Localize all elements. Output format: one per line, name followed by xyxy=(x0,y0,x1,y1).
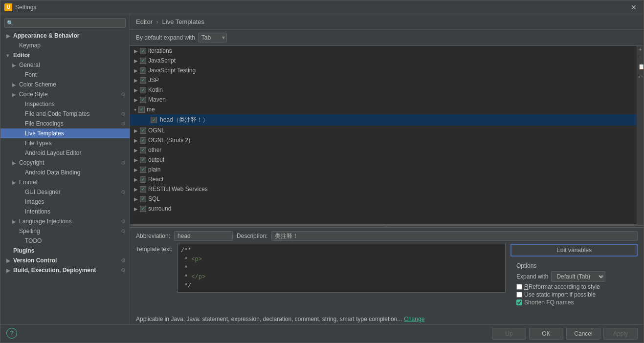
checkbox-ognl[interactable]: ✓ xyxy=(140,128,146,134)
checkbox-surround[interactable]: ✓ xyxy=(140,206,146,212)
sidebar-item-file-types[interactable]: File Types xyxy=(0,138,130,148)
checkbox-head[interactable]: ✓ xyxy=(151,117,157,123)
template-code-area[interactable]: /** * <p> * * </p> */ xyxy=(178,244,506,293)
close-button[interactable]: ✕ xyxy=(628,2,640,12)
checkbox-jsp[interactable]: ✓ xyxy=(140,77,146,84)
sidebar-item-gui-designer[interactable]: GUI Designer ⚙ xyxy=(0,187,130,197)
shorten-fq-checkbox[interactable] xyxy=(516,300,522,305)
template-group-me[interactable]: ▾ ✓ me xyxy=(130,105,637,114)
description-input[interactable] xyxy=(271,231,638,241)
checkbox-output[interactable]: ✓ xyxy=(140,157,146,163)
expand-select-wrap[interactable]: Tab Enter Space xyxy=(198,33,227,43)
undo-button[interactable]: ↩ xyxy=(637,73,644,81)
checkbox-maven[interactable]: ✓ xyxy=(140,97,146,103)
checkbox-iterations[interactable]: ✓ xyxy=(140,48,146,54)
ok-button[interactable]: OK xyxy=(529,328,563,340)
templates-scrollbar: + − 📋 ↩ xyxy=(637,46,644,225)
expand-label: By default expand with xyxy=(136,34,195,41)
add-button[interactable]: + xyxy=(637,46,644,53)
search-box[interactable]: 🔍 xyxy=(4,18,126,28)
sidebar-item-editor[interactable]: ▾ Editor xyxy=(0,50,130,60)
template-group-other[interactable]: ▶ ✓ other xyxy=(130,145,637,155)
checkbox-me[interactable]: ✓ xyxy=(138,107,145,113)
checkbox-ognl-struts[interactable]: ✓ xyxy=(140,137,146,144)
template-child-head[interactable]: ✓ head（类注释！） xyxy=(130,114,637,126)
template-text-label: Template text: xyxy=(136,244,173,253)
checkbox-other[interactable]: ✓ xyxy=(140,147,146,153)
help-button[interactable]: ? xyxy=(6,328,17,339)
sidebar-item-color-scheme[interactable]: ▶ Color Scheme xyxy=(0,80,130,89)
apply-button[interactable]: Apply xyxy=(603,328,638,340)
checkbox-javascript-testing[interactable]: ✓ xyxy=(140,67,146,74)
static-import-checkbox[interactable] xyxy=(516,292,522,298)
template-group-javascript[interactable]: ▶ ✓ JavaScript xyxy=(130,56,637,65)
template-group-surround[interactable]: ▶ ✓ surround xyxy=(130,204,637,214)
sidebar-item-font[interactable]: Font xyxy=(0,70,130,80)
sidebar-item-code-style[interactable]: ▶ Code Style ⚙ xyxy=(0,89,130,99)
edit-variables-button[interactable]: Edit variables xyxy=(511,244,638,257)
search-input[interactable] xyxy=(16,20,123,26)
sidebar-item-spelling[interactable]: Spelling ⚙ xyxy=(0,226,130,236)
shorten-fq-label: Shorten FQ names xyxy=(524,299,574,306)
description-label: Description: xyxy=(237,233,267,239)
dialog-body: 🔍 ▶ Appearance & Behavior Keymap ▾ Edito… xyxy=(0,14,644,324)
bottom-panel: Abbreviation: Description: Template text… xyxy=(130,228,644,324)
template-group-sql[interactable]: ▶ ✓ SQL xyxy=(130,194,637,204)
sidebar-item-keymap[interactable]: Keymap xyxy=(0,41,130,50)
template-group-javascript-testing[interactable]: ▶ ✓ JavaScript Testing xyxy=(130,65,637,75)
template-group-maven[interactable]: ▶ ✓ Maven xyxy=(130,95,637,105)
sidebar-item-build-exec[interactable]: ▶ Build, Execution, Deployment ⚙ xyxy=(0,265,130,275)
template-group-output[interactable]: ▶ ✓ output xyxy=(130,155,637,165)
checkbox-react[interactable]: ✓ xyxy=(140,176,146,183)
expand-select[interactable]: Tab Enter Space xyxy=(198,33,227,43)
sidebar-item-language-injections[interactable]: ▶ Language Injections ⚙ xyxy=(0,216,130,226)
reformat-checkbox[interactable] xyxy=(516,284,522,290)
sidebar-item-android-layout[interactable]: Android Layout Editor xyxy=(0,148,130,158)
expand-arrow-icon: ▾ xyxy=(6,53,11,58)
abbreviation-input[interactable] xyxy=(174,231,233,241)
applicable-row: Applicable in Java; Java: statement, exp… xyxy=(130,314,644,324)
sidebar-item-android-data-binding[interactable]: Android Data Binding xyxy=(0,168,130,177)
remove-button[interactable]: − xyxy=(637,53,644,61)
cancel-button[interactable]: Cancel xyxy=(566,328,600,340)
gear-icon: ⚙ xyxy=(121,228,126,235)
sidebar-item-live-templates[interactable]: Live Templates xyxy=(0,129,130,138)
change-link[interactable]: Change xyxy=(404,316,424,322)
checkbox-kotlin[interactable]: ✓ xyxy=(140,87,146,93)
template-group-kotlin[interactable]: ▶ ✓ Kotlin xyxy=(130,85,637,95)
gear-icon: ⚙ xyxy=(121,160,126,166)
template-group-restful[interactable]: ▶ ✓ RESTful Web Services xyxy=(130,184,637,194)
sidebar-item-todo[interactable]: TODO xyxy=(0,236,130,246)
checkbox-sql[interactable]: ✓ xyxy=(140,196,146,202)
sidebar-item-emmet[interactable]: ▶ Emmet xyxy=(0,177,130,187)
gear-icon: ⚙ xyxy=(121,91,126,98)
checkbox-javascript[interactable]: ✓ xyxy=(140,58,146,64)
gear-icon: ⚙ xyxy=(121,189,126,195)
copy-button[interactable]: 📋 xyxy=(637,63,644,71)
checkbox-restful[interactable]: ✓ xyxy=(140,186,146,193)
sidebar-item-version-control[interactable]: ▶ Version Control ⚙ xyxy=(0,256,130,265)
template-group-iterations[interactable]: ▶ ✓ iterations xyxy=(130,46,637,56)
sidebar-item-general[interactable]: ▶ General xyxy=(0,60,130,70)
template-group-ognl[interactable]: ▶ ✓ OGNL xyxy=(130,126,637,135)
sidebar-item-intentions[interactable]: Intentions xyxy=(0,207,130,216)
sidebar-item-copyright[interactable]: ▶ Copyright ⚙ xyxy=(0,158,130,168)
sidebar-item-file-encodings[interactable]: File Encodings ⚙ xyxy=(0,119,130,129)
sidebar: 🔍 ▶ Appearance & Behavior Keymap ▾ Edito… xyxy=(0,14,130,324)
template-group-plain[interactable]: ▶ ✓ plain xyxy=(130,165,637,174)
template-text-row: Template text: /** * <p> * * </p> */ Edi… xyxy=(130,244,644,314)
template-group-jsp[interactable]: ▶ ✓ JSP xyxy=(130,75,637,85)
sidebar-item-file-code-templates[interactable]: File and Code Templates ⚙ xyxy=(0,109,130,119)
sidebar-item-inspections[interactable]: Inspections xyxy=(0,99,130,109)
sidebar-item-plugins[interactable]: Plugins xyxy=(0,246,130,256)
template-group-react[interactable]: ▶ ✓ React xyxy=(130,174,637,184)
sidebar-item-appearance[interactable]: ▶ Appearance & Behavior xyxy=(0,31,130,41)
checkbox-plain[interactable]: ✓ xyxy=(140,167,146,173)
template-group-ognl-struts[interactable]: ▶ ✓ OGNL (Struts 2) xyxy=(130,135,637,145)
settings-dialog: U Settings ✕ 🔍 ▶ Appearance & Behavior K… xyxy=(0,0,644,343)
expand-with-select[interactable]: Default (Tab) Tab Enter Space xyxy=(551,271,605,282)
up-button[interactable]: Up xyxy=(492,328,526,340)
dialog-footer: ? Up OK Cancel Apply xyxy=(0,324,644,343)
expand-with-label: Expand with xyxy=(516,273,548,280)
sidebar-item-images[interactable]: Images xyxy=(0,197,130,207)
